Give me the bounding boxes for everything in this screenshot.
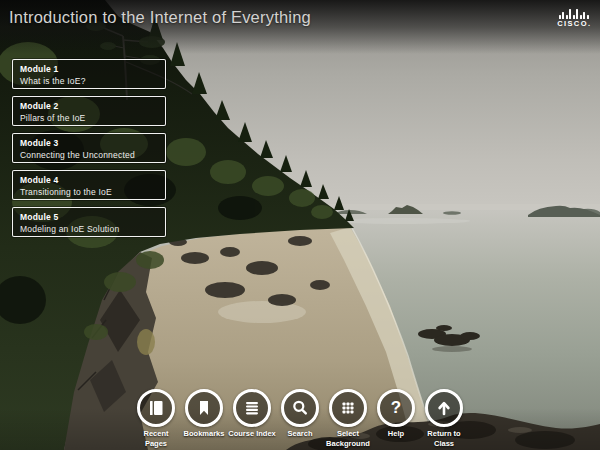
tool-label: Course Index: [228, 429, 276, 438]
tool-label: Help: [388, 429, 404, 438]
bottom-toolbar: Recent Pages Bookmarks Course Index: [132, 389, 468, 448]
search-button[interactable]: Search: [276, 389, 324, 438]
module-subtitle: What is the IoE?: [20, 76, 159, 86]
module-title: Module 2: [20, 101, 159, 111]
module-title: Module 1: [20, 64, 159, 74]
cisco-logo: CISCO.: [557, 9, 590, 28]
module-2-button[interactable]: Module 2 Pillars of the IoE: [12, 96, 166, 126]
module-subtitle: Modeling an IoE Solution: [20, 224, 159, 234]
module-title: Module 5: [20, 212, 159, 222]
bookmarks-circle: [185, 389, 223, 427]
module-title: Module 4: [20, 175, 159, 185]
module-subtitle: Connecting the Unconnected: [20, 150, 159, 160]
header-bar: Introduction to the Internet of Everythi…: [0, 0, 600, 54]
recent-pages-button[interactable]: Recent Pages: [132, 389, 180, 448]
recent-pages-icon: [146, 398, 166, 418]
return-to-class-button[interactable]: Return to Class: [420, 389, 468, 448]
module-menu: Module 1 What is the IoE? Module 2 Pilla…: [12, 59, 166, 237]
select-background-icon: [338, 398, 358, 418]
return-to-class-circle: [425, 389, 463, 427]
help-circle: ?: [377, 389, 415, 427]
search-circle: [281, 389, 319, 427]
module-1-button[interactable]: Module 1 What is the IoE?: [12, 59, 166, 89]
page-title: Introduction to the Internet of Everythi…: [9, 8, 311, 27]
module-title: Module 3: [20, 138, 159, 148]
module-3-button[interactable]: Module 3 Connecting the Unconnected: [12, 133, 166, 163]
module-4-button[interactable]: Module 4 Transitioning to the IoE: [12, 170, 166, 200]
help-icon: ?: [391, 399, 401, 416]
module-subtitle: Pillars of the IoE: [20, 113, 159, 123]
module-subtitle: Transitioning to the IoE: [20, 187, 159, 197]
course-index-icon: [242, 398, 262, 418]
course-home-screen: Introduction to the Internet of Everythi…: [0, 0, 600, 450]
help-button[interactable]: ? Help: [372, 389, 420, 438]
tool-label: Recent Pages: [132, 429, 180, 448]
tool-label: Search: [287, 429, 312, 438]
tool-label: Select Background: [324, 429, 372, 448]
search-icon: [290, 398, 310, 418]
cisco-logo-bars-icon: [559, 9, 589, 19]
return-to-class-icon: [434, 398, 454, 418]
tool-label: Return to Class: [420, 429, 468, 448]
cisco-logo-text: CISCO.: [557, 20, 590, 28]
recent-pages-circle: [137, 389, 175, 427]
module-5-button[interactable]: Module 5 Modeling an IoE Solution: [12, 207, 166, 237]
course-index-circle: [233, 389, 271, 427]
bookmarks-button[interactable]: Bookmarks: [180, 389, 228, 438]
select-background-button[interactable]: Select Background: [324, 389, 372, 448]
select-background-circle: [329, 389, 367, 427]
bookmark-icon: [194, 398, 214, 418]
tool-label: Bookmarks: [184, 429, 225, 438]
course-index-button[interactable]: Course Index: [228, 389, 276, 438]
